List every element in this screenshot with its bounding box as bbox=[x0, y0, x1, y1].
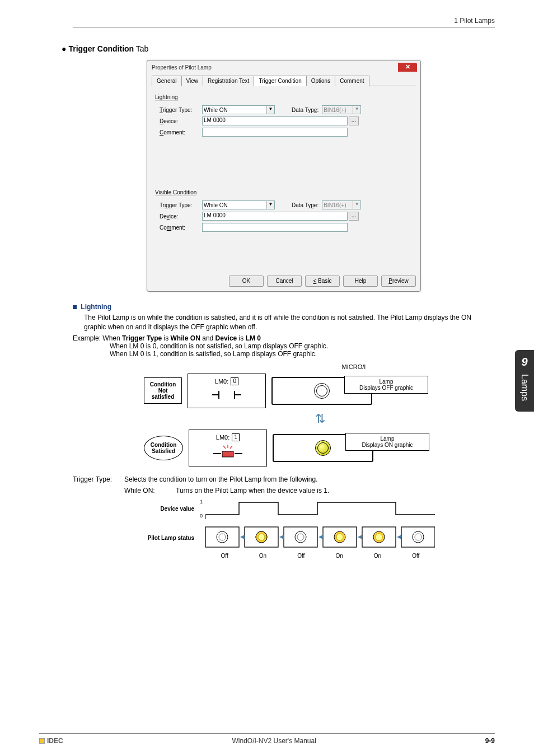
chevron-down-icon: ▼ bbox=[266, 201, 274, 209]
browse-button-1[interactable]: ... bbox=[349, 116, 359, 125]
square-bullet-icon bbox=[73, 305, 77, 309]
comment-label-2: Comment: bbox=[160, 225, 202, 231]
datatype-select-1: BIN16(+)▼ bbox=[322, 105, 361, 114]
lightning-header: Lightning bbox=[73, 303, 495, 311]
svg-marker-19 bbox=[240, 535, 245, 539]
svg-point-24 bbox=[217, 531, 228, 543]
page-footer: IDEC WindO/I-NV2 User's Manual 9-9 bbox=[39, 733, 495, 745]
state-2: Off bbox=[282, 553, 320, 559]
while-on-definition: While ON: Turns on the Pilot Lamp when t… bbox=[124, 487, 495, 494]
state-5: Off bbox=[397, 553, 435, 559]
trigger-type-select-2[interactable]: While ON▼ bbox=[202, 200, 275, 209]
chevron-down-icon: ▼ bbox=[266, 106, 274, 114]
svg-line-8 bbox=[223, 446, 226, 449]
timing-diagram: Device value 1 0 Pilot Lamp status bbox=[133, 498, 435, 559]
lamp-status-boxes bbox=[200, 526, 435, 550]
device-input-2[interactable]: LM 0000 bbox=[202, 212, 348, 221]
svg-rect-5 bbox=[222, 451, 233, 457]
tabstrip: General View Registration Text Trigger C… bbox=[152, 75, 416, 86]
chevron-down-icon: ▼ bbox=[353, 201, 360, 209]
trigger-type-label-2: Trigger Type: bbox=[160, 202, 202, 208]
tab-comment[interactable]: Comment bbox=[335, 76, 369, 86]
lightning-group-label: Lightning bbox=[155, 94, 178, 101]
tab-trigger-condition[interactable]: Trigger Condition bbox=[254, 76, 306, 86]
device-value-label: Device value bbox=[133, 506, 200, 512]
condition-diagram: MICRO/I Condition Not satisfied LM0:0 bbox=[144, 363, 424, 466]
svg-point-35 bbox=[413, 531, 424, 543]
svg-point-36 bbox=[415, 534, 421, 540]
device-value-wave: 1 0 bbox=[200, 498, 435, 520]
visible-group-label: Visible Condition bbox=[155, 189, 196, 196]
close-icon[interactable]: ✕ bbox=[398, 63, 417, 72]
svg-point-32 bbox=[336, 534, 343, 540]
svg-point-34 bbox=[376, 534, 382, 540]
state-1: On bbox=[243, 553, 282, 559]
tab-view[interactable]: View bbox=[181, 76, 204, 86]
chapter-side-tab: 9 Lamps bbox=[515, 350, 534, 412]
chapter-number: 9 bbox=[515, 356, 534, 368]
svg-rect-15 bbox=[284, 527, 317, 547]
svg-marker-20 bbox=[279, 535, 284, 539]
example-line: Example: When Trigger Type is While ON a… bbox=[73, 334, 495, 342]
pilot-lamp-status-label: Pilot Lamp status bbox=[133, 535, 200, 541]
ok-button[interactable]: OK bbox=[229, 276, 264, 287]
lamp-desc-on: Lamp Displays ON graphic bbox=[345, 433, 429, 451]
section-title: ●Trigger Condition Tab bbox=[62, 44, 495, 53]
browse-button-2[interactable]: ... bbox=[349, 212, 359, 221]
dialog-title: Properties of Pilot Lamp bbox=[152, 64, 212, 71]
up-down-arrow-icon: ⇅ bbox=[217, 412, 424, 426]
trigger-type-label-1: Trigger Type: bbox=[160, 107, 202, 113]
lightning-description: The Pilot Lamp is on while the condition… bbox=[84, 313, 495, 332]
logo-square-icon bbox=[39, 738, 45, 744]
page-header: 1 Pilot Lamps bbox=[73, 17, 495, 25]
datatype-select-2: BIN16(+)▼ bbox=[322, 200, 361, 209]
micro-label: MICRO/I bbox=[284, 363, 424, 370]
example-detail-2: When LM 0 is 1, condition is satisfied, … bbox=[110, 350, 495, 358]
svg-text:0: 0 bbox=[200, 513, 203, 519]
lamp-off-symbol-icon bbox=[210, 388, 243, 402]
comment-input-2[interactable] bbox=[202, 223, 348, 232]
bullet-icon: ● bbox=[62, 44, 66, 53]
state-3: On bbox=[320, 553, 358, 559]
footer-title: WindO/I-NV2 User's Manual bbox=[63, 737, 485, 745]
header-rule bbox=[73, 27, 495, 27]
svg-text:1: 1 bbox=[200, 499, 203, 505]
chevron-down-icon: ▼ bbox=[353, 106, 360, 114]
idec-logo: IDEC bbox=[39, 737, 63, 745]
tab-general[interactable]: General bbox=[152, 76, 182, 86]
comment-label-1: Comment: bbox=[160, 129, 202, 136]
svg-line-9 bbox=[230, 446, 232, 449]
svg-point-30 bbox=[297, 534, 304, 540]
svg-rect-13 bbox=[205, 527, 239, 547]
basic-button[interactable]: < Basic bbox=[305, 276, 340, 287]
chapter-name: Lamps bbox=[519, 374, 530, 401]
device-label-1: Device: bbox=[160, 118, 202, 124]
preview-button[interactable]: Preview bbox=[381, 276, 416, 287]
svg-point-29 bbox=[295, 531, 306, 543]
tab-registration-text[interactable]: Registration Text bbox=[203, 76, 254, 86]
condition-not-satisfied-box: Condition Not satisfied bbox=[144, 377, 182, 404]
lamp-on-symbol-icon bbox=[211, 444, 245, 460]
example-detail-1: When LM 0 is 0, condition is not satisfi… bbox=[110, 342, 495, 350]
device-label-2: Device: bbox=[160, 213, 202, 220]
state-4: On bbox=[358, 553, 396, 559]
svg-point-25 bbox=[219, 534, 226, 540]
trigger-type-select-1[interactable]: While ON▼ bbox=[202, 105, 275, 114]
comment-input-1[interactable] bbox=[202, 128, 348, 137]
trigger-type-definition: Trigger Type: Selects the condition to t… bbox=[73, 475, 495, 483]
condition-satisfied-box: Condition Satisfied bbox=[144, 436, 183, 460]
tab-options[interactable]: Options bbox=[306, 76, 335, 86]
svg-rect-18 bbox=[401, 527, 435, 547]
lamp-desc-off: Lamp Displays OFF graphic bbox=[344, 376, 428, 394]
config-panel-off: LM0:0 bbox=[188, 374, 266, 408]
svg-marker-21 bbox=[318, 535, 323, 539]
footer-page-number: 9-9 bbox=[485, 737, 495, 745]
datatype-label-2: Data Type: bbox=[292, 202, 318, 208]
svg-point-28 bbox=[258, 534, 265, 540]
device-input-1[interactable]: LM 0000 bbox=[202, 116, 348, 125]
properties-dialog: Properties of Pilot Lamp ✕ General View … bbox=[147, 60, 421, 292]
help-button[interactable]: Help bbox=[343, 276, 378, 287]
datatype-label-1: Data Type: bbox=[292, 107, 318, 113]
config-panel-on: LM0:1 bbox=[189, 430, 267, 466]
cancel-button[interactable]: Cancel bbox=[267, 276, 302, 287]
